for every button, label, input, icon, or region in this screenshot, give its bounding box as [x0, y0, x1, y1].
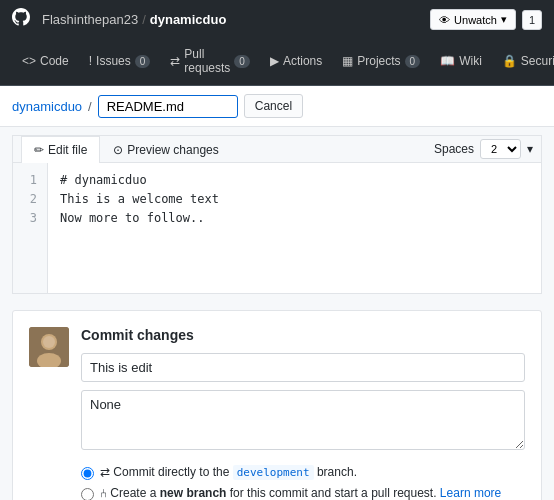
line-numbers: 1 2 3	[13, 163, 48, 293]
radio-option-new-branch: ⑃ Create a new branch for this commit an…	[81, 486, 525, 500]
commit-description-input[interactable]: None	[81, 390, 525, 450]
wiki-icon: 📖	[440, 54, 455, 68]
editor-tab-group: ✏ Edit file ⊙ Preview changes	[21, 136, 232, 162]
tab-pull-requests[interactable]: ⇄ Pull requests 0	[160, 39, 260, 85]
branch-name-link[interactable]: development	[233, 465, 314, 480]
commit-section: Commit changes None ⇄ Commit directly to…	[12, 310, 542, 500]
spaces-select[interactable]: 2 4 8	[480, 139, 521, 159]
avatar	[29, 327, 69, 367]
tab-edit-file[interactable]: ✏ Edit file	[21, 136, 100, 163]
code-area: 1 2 3 # dynamicduo This is a welcome tex…	[13, 163, 541, 293]
tab-preview-changes[interactable]: ⊙ Preview changes	[100, 136, 231, 163]
radio-option-direct: ⇄ Commit directly to the development bra…	[81, 465, 525, 480]
preview-icon: ⊙	[113, 143, 123, 157]
tab-wiki[interactable]: 📖 Wiki	[430, 46, 492, 78]
new-branch-bold: new branch	[160, 486, 227, 500]
spaces-label: Spaces	[434, 142, 474, 156]
eye-icon: 👁	[439, 14, 450, 26]
commit-icon: ⇄	[100, 465, 110, 479]
edit-icon: ✏	[34, 143, 44, 157]
commit-radio-group: ⇄ Commit directly to the development bra…	[81, 465, 525, 500]
repo-breadcrumb: Flashinthepan23 / dynamicduo	[42, 12, 226, 27]
editor-options: Spaces 2 4 8 ▾	[434, 139, 533, 159]
pr-icon: ⇄	[170, 54, 180, 68]
line-num-1: 1	[23, 171, 37, 190]
breadcrumb-sep: /	[88, 99, 92, 114]
avatar-image	[29, 327, 69, 367]
commit-title: Commit changes	[81, 327, 525, 343]
github-logo-icon	[12, 8, 30, 31]
code-editor[interactable]: # dynamicduo This is a welcome text Now …	[48, 163, 541, 293]
watch-label: Unwatch	[454, 14, 497, 26]
commit-form: Commit changes None ⇄ Commit directly to…	[81, 327, 525, 500]
topbar: Flashinthepan23 / dynamicduo 👁 Unwatch ▾…	[0, 0, 554, 39]
radio-direct[interactable]	[81, 467, 94, 480]
filename-input[interactable]	[98, 95, 238, 118]
topbar-actions: 👁 Unwatch ▾ 1	[430, 9, 542, 30]
editor-tabs: ✏ Edit file ⊙ Preview changes Spaces 2 4…	[13, 136, 541, 163]
cancel-edit-button[interactable]: Cancel	[244, 94, 303, 118]
commit-summary-input[interactable]	[81, 353, 525, 382]
svg-point-3	[43, 336, 55, 348]
tab-security[interactable]: 🔒 Security	[492, 46, 554, 78]
watch-button[interactable]: 👁 Unwatch ▾	[430, 9, 516, 30]
radio-new-branch-label: ⑃ Create a new branch for this commit an…	[100, 486, 525, 500]
actions-icon: ▶	[270, 54, 279, 68]
code-icon: <>	[22, 54, 36, 68]
radio-direct-label: ⇄ Commit directly to the development bra…	[100, 465, 357, 479]
branch-icon: ⑃	[100, 486, 107, 500]
watch-count: 1	[522, 10, 542, 30]
repo-breadcrumb-link[interactable]: dynamicduo	[12, 99, 82, 114]
security-icon: 🔒	[502, 54, 517, 68]
nav-tabs: <> Code ! Issues 0 ⇄ Pull requests 0 ▶ A…	[0, 39, 554, 86]
tab-projects[interactable]: ▦ Projects 0	[332, 46, 430, 78]
tab-code[interactable]: <> Code	[12, 46, 79, 78]
radio-new-branch[interactable]	[81, 488, 94, 500]
line-num-2: 2	[23, 190, 37, 209]
preview-tab-label: Preview changes	[127, 143, 218, 157]
projects-icon: ▦	[342, 54, 353, 68]
tab-issues[interactable]: ! Issues 0	[79, 46, 161, 78]
chevron-down-icon: ▾	[527, 142, 533, 156]
edit-tab-label: Edit file	[48, 143, 87, 157]
breadcrumb-separator: /	[142, 12, 146, 27]
breadcrumb-bar: dynamicduo / Cancel	[0, 86, 554, 127]
user-link[interactable]: Flashinthepan23	[42, 12, 138, 27]
tab-actions[interactable]: ▶ Actions	[260, 46, 332, 78]
editor-container: ✏ Edit file ⊙ Preview changes Spaces 2 4…	[12, 135, 542, 294]
line-num-3: 3	[23, 209, 37, 228]
repo-name: dynamicduo	[150, 12, 227, 27]
issues-icon: !	[89, 54, 92, 68]
